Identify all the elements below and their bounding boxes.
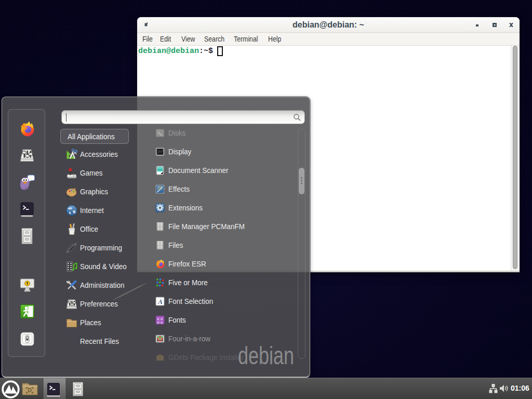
svg-text:A: A — [157, 298, 163, 305]
svg-text:D: D — [28, 387, 32, 393]
svg-text:a: a — [157, 320, 159, 325]
